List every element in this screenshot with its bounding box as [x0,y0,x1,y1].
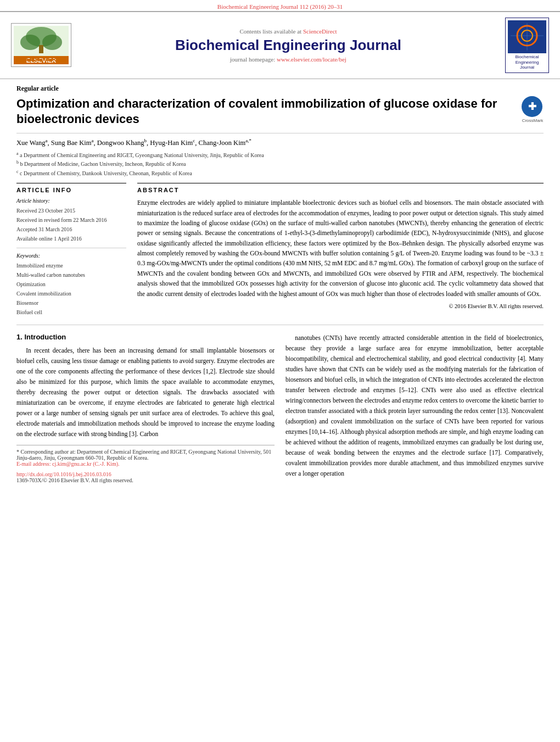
keyword-1: Multi-walled carbon nanotubes [16,270,126,280]
keywords-list: Immobilized enzyme Multi-walled carbon n… [16,261,126,317]
keyword-2: Optimization [16,280,126,289]
journal-center: Contents lists available at ScienceDirec… [77,28,500,63]
keywords-label: Keywords: [16,253,126,259]
journal-ref-text: Biochemical Engineering Journal 112 (201… [217,3,343,10]
keyword-4: Biosensor [16,298,126,308]
journal-homepage: journal homepage: www.elsevier.com/locat… [77,56,500,63]
homepage-label: journal homepage: [230,56,275,63]
crossmark-icon[interactable]: ✚ [522,96,542,117]
journal-logo-image [508,20,546,53]
intro-right-text: nanotubes (CNTs) have recently attracted… [285,333,544,479]
affiliations: a a Department of Chemical Engineering a… [16,150,544,177]
sciencedirect-label: Contents lists available at [239,28,301,35]
article-header: Optimization and characterization of cov… [16,96,544,133]
copyright-text: © 2016 Elsevier B.V. All rights reserved… [137,303,544,309]
journal-header: ELSEVIER Contents lists available at Sci… [0,11,560,79]
affiliation-a: a a Department of Chemical Engineering a… [16,150,544,159]
crossmark-label: CrossMark [522,118,544,123]
homepage-link[interactable]: www.elsevier.com/locate/bej [277,56,346,63]
elsevier-logo: ELSEVIER [11,23,71,67]
article-history-section: Article history: Received 23 October 201… [16,198,126,248]
elsevier-logo-box: ELSEVIER [11,23,71,67]
article-dates: Received 23 October 2015 Received in rev… [16,206,126,248]
journal-reference: Biochemical Engineering Journal 112 (201… [0,0,560,11]
intro-left-text: In recent decades, there has been an inc… [16,345,275,439]
abstract-header: ABSTRACT [137,187,544,193]
keyword-0: Immobilized enzyme [16,261,126,270]
abstract-text: Enzyme electrodes are widely applied to … [137,198,544,299]
affiliation-b: b b Department of Medicine, Gachon Unive… [16,159,544,168]
section-number: 1. [16,333,23,341]
article-info-header: ARTICLE INFO [16,187,126,193]
journal-title: Biochemical Engineering Journal [77,37,500,54]
introduction-section: 1. Introduction In recent decades, there… [16,333,544,483]
history-label: Article history: [16,198,126,204]
intro-right-column: nanotubes (CNTs) have recently attracted… [285,333,544,483]
main-content: Regular article Optimization and charact… [0,79,560,489]
section-title-text: Introduction [24,333,66,341]
elsevier-image: ELSEVIER [14,26,69,64]
received-revised-date: Received in revised form 22 March 2016 [16,215,126,225]
doi-url[interactable]: http://dx.doi.org/10.1016/j.bej.2016.03.… [16,471,275,477]
doi-link[interactable]: http://dx.doi.org/10.1016/j.bej.2016.03.… [16,471,111,477]
section-divider [16,325,544,325]
keyword-3: Covalent immobilization [16,289,126,298]
elsevier-wordmark: ELSEVIER [14,56,69,64]
article-info-abstract: ARTICLE INFO Article history: Received 2… [16,183,544,317]
issn-text: 1369-703X/© 2016 Elsevier B.V. All right… [16,477,275,483]
intro-section-title: 1. Introduction [16,333,275,341]
affiliation-c: c c Department of Chemistry, Dankook Uni… [16,169,544,177]
svg-rect-4 [39,45,43,53]
crossmark[interactable]: ✚ CrossMark [522,96,544,123]
intro-left-column: 1. Introduction In recent decades, there… [16,333,275,483]
accepted-date: Accepted 31 March 2016 [16,225,126,234]
intro-right-paragraph: nanotubes (CNTs) have recently attracted… [285,333,544,479]
doi-section: http://dx.doi.org/10.1016/j.bej.2016.03.… [16,471,275,483]
article-title: Optimization and characterization of cov… [16,96,516,127]
sciencedirect-link[interactable]: Contents lists available at ScienceDirec… [77,28,500,35]
abstract-column: ABSTRACT Enzyme electrodes are widely ap… [137,183,544,317]
article-info-column: ARTICLE INFO Article history: Received 2… [16,183,126,317]
footnote-email[interactable]: E-mail address: cj.kim@gnu.ac.kr (C.-J. … [16,461,275,467]
received-date: Received 23 October 2015 [16,206,126,215]
article-type: Regular article [16,85,544,93]
authors: Xue Wanga, Sung Bae Kima, Dongwoo Khangb… [16,138,544,147]
keywords-section: Keywords: Immobilized enzyme Multi-walle… [16,253,126,317]
footnote-star: * Corresponding author at: Department of… [16,449,275,461]
available-online-date: Available online 1 April 2016 [16,234,126,243]
keyword-5: Biofuel cell [16,308,126,317]
footnote-section: * Corresponding author at: Department of… [16,445,275,467]
intro-left-paragraph: In recent decades, there has been an inc… [16,345,275,439]
journal-logo-label: Biochemical Engineering Journal [508,54,546,70]
svg-point-2 [20,35,40,50]
journal-logo: Biochemical Engineering Journal [505,18,549,73]
sciencedirect-anchor[interactable]: ScienceDirect [303,28,337,35]
svg-point-3 [42,35,62,50]
